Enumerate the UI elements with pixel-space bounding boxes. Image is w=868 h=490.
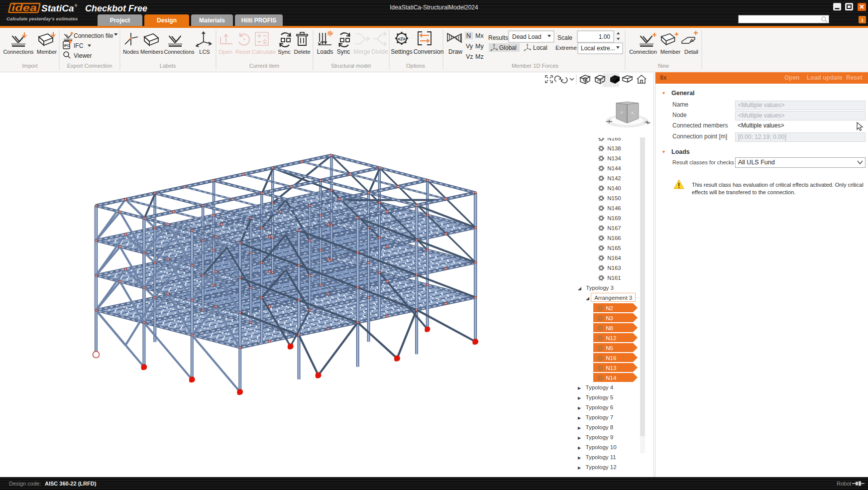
svg-text:Detail: Detail [684,49,698,55]
svg-text:↗: ↗ [620,111,623,115]
svg-text:Member: Member [660,49,681,55]
svg-text:New: New [658,63,669,69]
svg-text:i: i [862,17,863,23]
svg-text:↖: ↖ [631,111,635,116]
